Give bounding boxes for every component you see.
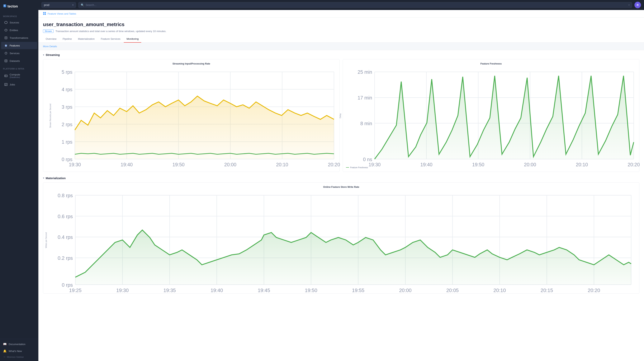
sidebar-item-datasets[interactable]: Datasets [1,57,37,65]
sidebar-item-services[interactable]: Services [1,50,37,57]
svg-text:19:45: 19:45 [258,288,270,293]
feature-freshness-chart: Feature Freshness Delay [343,59,640,172]
write-rate-svg: 0.8 rps 0.6 rps 0.4 rps 0.2 rps 0 rps 19… [56,190,636,289]
main-content: prod ▾ 🔍 ▾ R Feature Views and Tables us… [38,0,644,361]
search-input[interactable] [86,4,628,7]
materialization-section: ▾ Materialization Online Feature Store W… [38,175,644,297]
write-rate-wrapper: Writes per Second [46,190,636,290]
sidebar-item-jobs[interactable]: Jobs [1,81,37,88]
stream-badge: Stream [43,29,54,33]
tabs-bar: Overview Pipeline Materialization Featur… [38,36,644,43]
platform-section-label: PLATFORM & INFRA [0,65,38,71]
breadcrumb-icon [43,12,46,16]
streaming-rate-title: Streaming Input/Processing Rate [46,62,336,65]
svg-text:19:35: 19:35 [164,288,176,293]
compute-icon [4,74,8,78]
streaming-section: ▾ Streaming Streaming Input/Processing R… [38,50,644,175]
breadcrumb-link[interactable]: Feature Views and Tables [48,12,76,15]
sidebar-item-transformations[interactable]: Transformations [1,34,37,42]
workspace-chevron-icon: ▾ [72,4,74,6]
workspace-section-label: WORKSPACE [0,12,38,19]
write-rate-container: 0.8 rps 0.6 rps 0.4 rps 0.2 rps 0 rps 19… [56,190,636,290]
svg-text:0.2 rps: 0.2 rps [58,255,73,261]
page-subtitle: Transaction amount statistics and total … [56,30,166,33]
search-bar: 🔍 ▾ [78,2,632,8]
jobs-icon [4,83,8,86]
tab-materialization[interactable]: Materialization [75,36,97,43]
svg-text:20:10: 20:10 [576,162,588,167]
svg-rect-21 [45,12,46,13]
services-icon [4,52,8,55]
svg-text:20:20: 20:20 [328,162,340,167]
svg-text:19:30: 19:30 [69,162,81,167]
content-area: Feature Views and Tables user_transactio… [38,10,644,361]
svg-text:0.6 rps: 0.6 rps [58,214,73,219]
transformations-icon [4,36,8,40]
svg-rect-10 [5,60,7,62]
streaming-rate-container: 5 rps 4 rps 3 rps 2 rps 1 rps 0 rps 19:3… [56,67,336,165]
write-rate-y-label: Writes per Second [45,232,47,248]
svg-text:20:05: 20:05 [446,288,459,293]
svg-text:19:30: 19:30 [116,288,129,293]
svg-text:20:20: 20:20 [628,162,640,167]
svg-text:3 rps: 3 rps [62,104,72,110]
sidebar-item-whats-new[interactable]: 🔔 What's New [0,347,38,354]
search-chevron-icon: ▾ [628,4,630,6]
svg-rect-20 [43,12,44,13]
feature-freshness-svg: 25 min 17 min 8 min 0 ns 19:30 19:40 19:… [355,67,636,164]
svg-text:2 rps: 2 rps [62,122,72,127]
feature-freshness-legend: Feature Freshness [346,166,636,169]
tab-overview[interactable]: Overview [43,36,59,43]
tab-feature-services[interactable]: Feature Services [98,36,123,43]
streaming-section-title: Streaming [46,53,60,57]
svg-text:19:50: 19:50 [472,162,484,167]
feature-freshness-title: Feature Freshness [346,62,636,65]
svg-text:19:40: 19:40 [420,162,432,167]
svg-text:19:30: 19:30 [368,162,380,167]
sidebar-bottom: 📖 Documentation 🔔 What's New ⊣ Minimize … [0,339,38,361]
workspace-selector[interactable]: prod ▾ [42,2,76,8]
svg-text:0 ns: 0 ns [363,157,372,162]
svg-text:0 rps: 0 rps [62,282,73,288]
materialization-chevron-icon: ▾ [43,177,44,179]
svg-text:19:50: 19:50 [172,162,184,167]
materialization-section-header[interactable]: ▾ Materialization [43,176,640,180]
legend-freshness-dot [346,167,349,168]
topbar: prod ▾ 🔍 ▾ R [38,0,644,10]
tab-monitoring[interactable]: Monitoring [124,36,141,43]
page-header: user_transaction_amount_metrics Stream T… [38,18,644,33]
sidebar-item-sources[interactable]: Sources [1,19,37,26]
page-title: user_transaction_amount_metrics [43,22,640,28]
svg-text:T: T [4,5,5,7]
more-details-link[interactable]: More Details [43,45,57,48]
svg-text:0 rps: 0 rps [62,157,72,162]
page-subtitle-row: Stream Transaction amount statistics and… [43,29,640,33]
sidebar-item-documentation[interactable]: 📖 Documentation [0,341,38,347]
svg-text:20:00: 20:00 [399,288,412,293]
user-avatar[interactable]: R [634,2,641,8]
sidebar-item-features[interactable]: Features [1,42,37,49]
svg-marker-9 [5,52,7,54]
sidebar-item-compute[interactable]: Compute (Databricks) [1,71,37,81]
svg-rect-23 [45,14,46,15]
sidebar-item-entities[interactable]: Entities [1,27,37,34]
svg-text:0.8 rps: 0.8 rps [58,193,73,198]
workspace-label: prod [44,4,49,7]
svg-text:19:25: 19:25 [69,288,82,293]
breadcrumb: Feature Views and Tables [38,10,644,18]
svg-marker-4 [5,29,7,31]
svg-marker-3 [4,21,7,24]
svg-text:1 rps: 1 rps [62,139,72,145]
svg-text:0.4 rps: 0.4 rps [58,234,73,240]
svg-rect-22 [43,14,44,15]
svg-text:20:10: 20:10 [493,288,506,293]
whats-new-icon: 🔔 [3,349,7,353]
feature-freshness-container: 25 min 17 min 8 min 0 ns 19:30 19:40 19:… [355,67,636,165]
tab-pipeline[interactable]: Pipeline [60,36,74,43]
streaming-section-header[interactable]: ▾ Streaming [43,53,640,57]
svg-text:20:20: 20:20 [588,288,600,293]
features-icon [4,44,8,47]
search-icon: 🔍 [81,4,84,7]
logo: tecton T [0,0,38,12]
minimize-sidebar[interactable]: ⊣ Minimize Sidebar [0,354,38,359]
